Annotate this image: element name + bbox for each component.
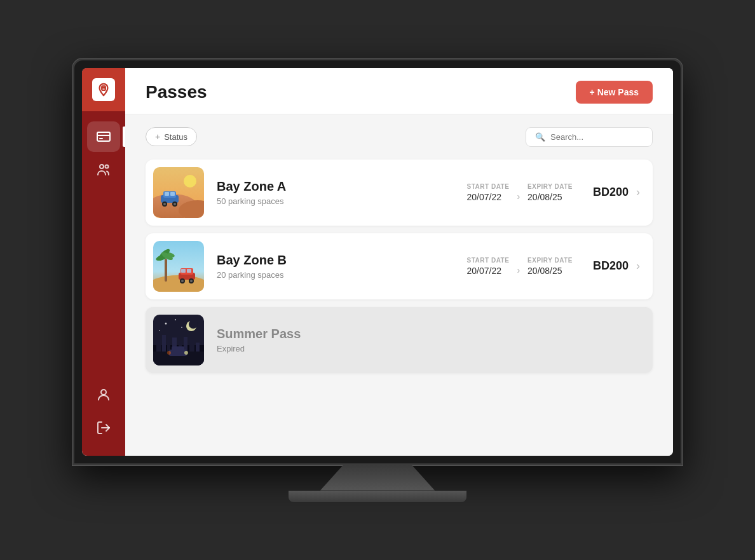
- pass-info-summer-pass: Summer Pass Expired: [217, 327, 640, 353]
- search-input[interactable]: [550, 132, 643, 142]
- search-box: 🔍: [526, 127, 653, 147]
- page-title: Passes: [146, 82, 207, 102]
- pass-thumbnail-summer-pass: [153, 315, 204, 365]
- start-date-value: 20/07/22: [467, 192, 510, 202]
- logo-icon: [92, 78, 115, 101]
- svg-rect-35: [187, 269, 191, 273]
- svg-point-55: [184, 351, 188, 355]
- svg-rect-50: [189, 339, 194, 352]
- svg-rect-23: [165, 259, 167, 282]
- svg-point-10: [184, 175, 196, 188]
- pass-dates-bay-zone-b: START DATE 20/07/22 › EXPIRY DATE 20/08/…: [467, 257, 573, 276]
- passes-list: Bay Zone A 50 parking spaces START DATE …: [146, 160, 653, 373]
- sidebar-item-logout[interactable]: [87, 413, 120, 443]
- pass-subtitle: 50 parking spaces: [217, 196, 467, 206]
- expiry-date-value: 20/08/25: [527, 266, 573, 276]
- svg-rect-51: [196, 343, 200, 352]
- main-header: Passes + New Pass: [125, 68, 673, 114]
- svg-point-39: [165, 322, 167, 324]
- svg-point-40: [175, 319, 176, 320]
- sidebar-item-users[interactable]: [87, 154, 120, 185]
- pass-price-bay-zone-b: BD200: [593, 259, 629, 273]
- svg-point-7: [101, 390, 106, 395]
- chevron-right-icon: ›: [636, 259, 640, 273]
- start-date-group: START DATE 20/07/22: [467, 183, 510, 202]
- sidebar-bottom: [87, 379, 120, 456]
- pass-expired-label: Expired: [217, 344, 640, 353]
- start-date-group: START DATE 20/07/22: [467, 257, 510, 276]
- svg-rect-2: [97, 132, 110, 141]
- expiry-date-label: EXPIRY DATE: [527, 257, 573, 264]
- pass-card-bay-zone-a[interactable]: Bay Zone A 50 parking spaces START DATE …: [146, 160, 653, 226]
- start-date-label: START DATE: [467, 183, 510, 190]
- monitor-base: [289, 491, 466, 502]
- pass-card-bay-zone-b[interactable]: Bay Zone B 20 parking spaces START DATE …: [146, 233, 653, 299]
- date-arrow-icon: ›: [517, 265, 520, 275]
- svg-rect-54: [172, 346, 184, 352]
- pass-dates-bay-zone-a: START DATE 20/07/22 › EXPIRY DATE 20/08/…: [467, 183, 573, 202]
- start-date-value: 20/07/22: [467, 266, 510, 276]
- svg-rect-19: [165, 192, 169, 196]
- expiry-date-label: EXPIRY DATE: [527, 183, 573, 190]
- pass-card-summer-pass[interactable]: Summer Pass Expired: [146, 307, 653, 373]
- main-body: + Status 🔍: [125, 114, 673, 456]
- sidebar: [82, 68, 125, 456]
- pass-name: Bay Zone B: [217, 253, 467, 268]
- pass-price-bay-zone-a: BD200: [593, 186, 629, 199]
- status-plus-icon: +: [155, 132, 160, 142]
- pass-thumbnail-bay-zone-a: [153, 167, 204, 218]
- search-icon: 🔍: [535, 132, 545, 142]
- sidebar-logo: [82, 68, 125, 111]
- monitor-stand: [320, 465, 435, 491]
- svg-point-5: [100, 165, 104, 168]
- status-filter-label: Status: [164, 132, 187, 142]
- svg-point-6: [105, 165, 109, 168]
- svg-rect-34: [181, 269, 186, 273]
- svg-point-56: [167, 351, 171, 355]
- expiry-date-group: EXPIRY DATE 20/08/25: [527, 183, 573, 202]
- sidebar-item-profile[interactable]: [87, 379, 120, 410]
- start-date-label: START DATE: [467, 257, 510, 264]
- pass-info-bay-zone-a: Bay Zone A 50 parking spaces: [217, 179, 467, 206]
- svg-point-41: [181, 327, 182, 328]
- svg-point-31: [181, 280, 184, 282]
- sidebar-nav: [82, 111, 125, 379]
- svg-rect-44: [156, 339, 161, 352]
- svg-rect-45: [162, 335, 166, 352]
- svg-point-18: [173, 203, 176, 205]
- sidebar-item-passes[interactable]: [87, 121, 120, 152]
- svg-point-42: [159, 330, 160, 331]
- chevron-right-icon: ›: [636, 186, 640, 199]
- svg-point-33: [190, 280, 193, 282]
- svg-point-16: [163, 203, 166, 205]
- status-filter[interactable]: + Status: [146, 127, 197, 146]
- pass-name: Bay Zone A: [217, 179, 467, 194]
- date-arrow-icon: ›: [517, 191, 520, 201]
- filters-row: + Status 🔍: [146, 127, 653, 147]
- svg-rect-20: [170, 192, 175, 196]
- main-content: Passes + New Pass + Status 🔍: [125, 68, 673, 456]
- pass-info-bay-zone-b: Bay Zone B 20 parking spaces: [217, 253, 467, 280]
- expiry-date-group: EXPIRY DATE 20/08/25: [527, 257, 573, 276]
- new-pass-button[interactable]: + New Pass: [576, 81, 653, 104]
- svg-point-38: [189, 320, 198, 329]
- pass-thumbnail-bay-zone-b: [153, 241, 204, 292]
- pass-subtitle: 20 parking spaces: [217, 270, 467, 280]
- pass-name: Summer Pass: [217, 327, 640, 341]
- expiry-date-value: 20/08/25: [527, 192, 573, 202]
